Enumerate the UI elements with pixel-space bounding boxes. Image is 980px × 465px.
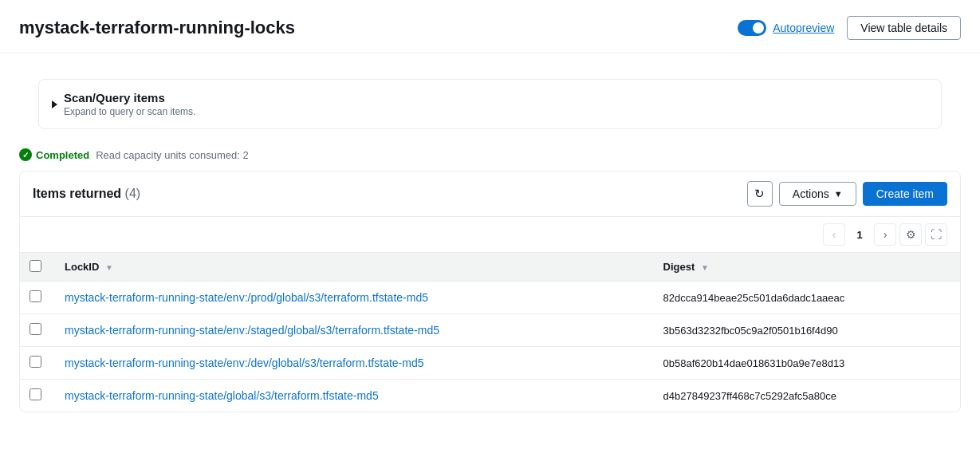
toggle-track (738, 20, 766, 36)
scan-section-header[interactable]: Scan/Query items Expand to query or scan… (52, 91, 928, 117)
status-bar: ✓ Completed Read capacity units consumed… (19, 148, 961, 161)
lockid-sort-icon[interactable]: ▼ (105, 263, 113, 272)
cell-lockid: mystack-terraform-running-state/env:/sta… (52, 314, 651, 347)
page-header: mystack-terraform-running-locks Autoprev… (0, 0, 980, 53)
digest-value-3: d4b27849237ff468c7c5292afc5a80ce (663, 390, 836, 402)
scan-section-wrapper: Scan/Query items Expand to query or scan… (0, 53, 980, 148)
table-row: mystack-terraform-running-state/env:/dev… (20, 347, 960, 380)
scan-title: Scan/Query items (64, 91, 195, 104)
items-count: (4) (125, 187, 141, 200)
status-completed: ✓ Completed (19, 148, 89, 161)
items-table: LockID ▼ Digest ▼ mystack-terraform-runn… (20, 253, 960, 412)
view-table-details-button[interactable]: View table details (847, 16, 961, 40)
page-container: mystack-terraform-running-locks Autoprev… (0, 0, 980, 465)
cell-digest: 0b58af620b14dae018631b0a9e7e8d13 (651, 347, 960, 380)
fullscreen-button[interactable]: ⛶ (925, 223, 947, 246)
table-header: LockID ▼ Digest ▼ (20, 253, 960, 282)
select-all-checkbox[interactable] (30, 260, 41, 272)
row-checkbox-cell (20, 314, 52, 347)
lockid-link-0[interactable]: mystack-terraform-running-state/env:/pro… (65, 291, 428, 304)
table-row: mystack-terraform-running-state/env:/pro… (20, 282, 960, 314)
create-item-button[interactable]: Create item (863, 182, 947, 206)
table-body: mystack-terraform-running-state/env:/pro… (20, 282, 960, 412)
digest-sort-icon[interactable]: ▼ (701, 263, 709, 272)
items-toolbar: Items returned (4) ↻ Actions ▼ Create it… (20, 171, 960, 217)
row-checkbox-cell (20, 282, 52, 314)
row-checkbox-cell (20, 380, 52, 412)
row-checkbox-0[interactable] (30, 290, 41, 302)
table-row: mystack-terraform-running-state/global/s… (20, 380, 960, 412)
lockid-link-3[interactable]: mystack-terraform-running-state/global/s… (65, 389, 379, 402)
gear-icon: ⚙ (906, 228, 916, 241)
scan-subtitle: Expand to query or scan items. (64, 106, 195, 117)
header-checkbox-cell (20, 253, 52, 282)
lockid-link-2[interactable]: mystack-terraform-running-state/env:/dev… (65, 357, 424, 369)
toggle-switch[interactable] (738, 20, 766, 36)
col-digest: Digest ▼ (651, 253, 960, 282)
scan-section-titles: Scan/Query items Expand to query or scan… (64, 91, 195, 117)
digest-value-2: 0b58af620b14dae018631b0a9e7e8d13 (663, 357, 845, 369)
digest-value-0: 82dcca914beae25c501da6dadc1aaeac (663, 292, 845, 304)
scan-section: Scan/Query items Expand to query or scan… (38, 79, 942, 129)
refresh-icon: ↻ (754, 187, 765, 201)
digest-value-1: 3b563d3232fbc05c9a2f0501b16f4d90 (663, 325, 838, 337)
table-row: mystack-terraform-running-state/env:/sta… (20, 314, 960, 347)
header-actions: Autopreview View table details (738, 16, 961, 40)
status-detail: Read capacity units consumed: 2 (96, 149, 249, 161)
row-checkbox-1[interactable] (30, 323, 41, 335)
lockid-link-1[interactable]: mystack-terraform-running-state/env:/sta… (65, 324, 439, 337)
actions-button[interactable]: Actions ▼ (779, 182, 856, 206)
check-icon: ✓ (19, 148, 32, 161)
col-lockid-label: LockID (65, 261, 99, 273)
col-lockid: LockID ▼ (52, 253, 651, 282)
cell-lockid: mystack-terraform-running-state/env:/dev… (52, 347, 651, 380)
cell-digest: d4b27849237ff468c7c5292afc5a80ce (651, 380, 960, 412)
refresh-button[interactable]: ↻ (747, 181, 773, 207)
settings-icon-button[interactable]: ⚙ (899, 223, 922, 246)
cell-lockid: mystack-terraform-running-state/global/s… (52, 380, 651, 412)
actions-caret-icon: ▼ (834, 189, 843, 199)
prev-page-button[interactable]: ‹ (823, 223, 845, 246)
row-checkbox-cell (20, 347, 52, 380)
items-section: Items returned (4) ↻ Actions ▼ Create it… (19, 171, 961, 412)
items-title: Items returned (4) (33, 187, 140, 201)
chevron-right-icon: › (884, 228, 888, 241)
row-checkbox-3[interactable] (30, 388, 41, 400)
page-number: 1 (848, 223, 871, 246)
actions-label: Actions (793, 187, 829, 200)
chevron-left-icon: ‹ (832, 228, 836, 241)
autopreview-toggle[interactable]: Autopreview (738, 20, 834, 36)
cell-digest: 3b563d3232fbc05c9a2f0501b16f4d90 (651, 314, 960, 347)
toolbar-right: ↻ Actions ▼ Create item (747, 181, 947, 207)
toggle-thumb (753, 22, 764, 33)
page-title: mystack-terraform-running-locks (19, 18, 295, 38)
pagination-bar: ‹ 1 › ⚙ ⛶ (20, 217, 960, 253)
status-label: Completed (36, 149, 89, 161)
next-page-button[interactable]: › (874, 223, 896, 246)
col-digest-label: Digest (663, 261, 695, 273)
cell-digest: 82dcca914beae25c501da6dadc1aaeac (651, 282, 960, 314)
autopreview-label: Autopreview (773, 22, 834, 34)
row-checkbox-2[interactable] (30, 356, 41, 368)
expand-icon: ⛶ (931, 228, 942, 241)
chevron-right-icon (52, 100, 57, 108)
cell-lockid: mystack-terraform-running-state/env:/pro… (52, 282, 651, 314)
